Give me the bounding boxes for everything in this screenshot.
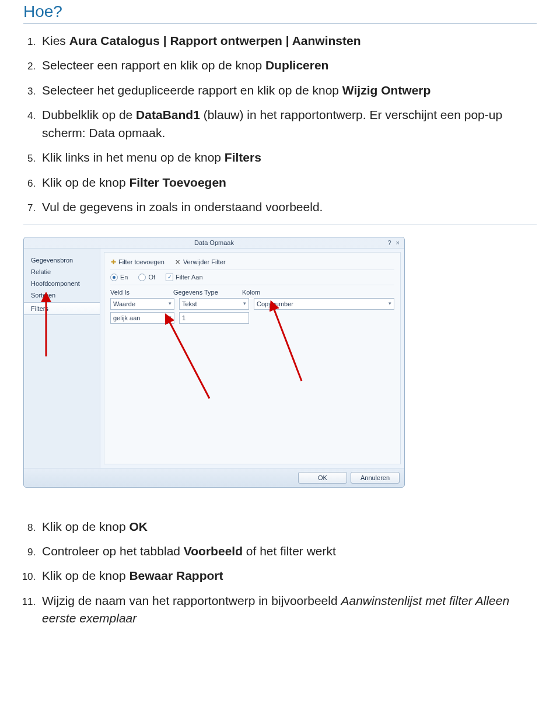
step-text: Kies [42, 34, 69, 47]
radio-dot-icon [138, 274, 146, 281]
filter-toolbar: ✚Filter toevoegen ✕Verwijder Filter [110, 257, 394, 270]
dialog-content: ✚Filter toevoegen ✕Verwijder Filter En [104, 252, 401, 464]
combo-gegevens-type[interactable]: Tekst [179, 298, 249, 310]
step-text: Klik links in het menu op de knop [42, 150, 225, 164]
step-text: Controleer op het tabblad [42, 544, 184, 558]
step-bold: Bewaar Rapport [129, 569, 223, 582]
ok-button[interactable]: OK [298, 472, 347, 484]
cancel-button[interactable]: Annuleren [351, 472, 400, 484]
step-6: Klik op de knop Filter Toevoegen [38, 174, 537, 191]
divider [23, 23, 537, 24]
step-text: Klik op de knop [42, 569, 129, 582]
svg-line-1 [167, 318, 209, 398]
toolbar-label: Verwijder Filter [183, 258, 226, 265]
step-bold: Voorbeeld [184, 544, 243, 558]
step-8: Klik op de knop OK [38, 518, 537, 536]
close-icon[interactable]: × [396, 239, 400, 246]
filter-fields: Veld Is Gegevens Type Kolom Waarde Tekst… [110, 285, 394, 324]
combo-kolom[interactable]: Copynumber [254, 298, 394, 310]
checkbox-filter-aan[interactable]: ✓ Filter Aan [166, 274, 202, 281]
sidebar-item-sorteren[interactable]: Sorteren [24, 289, 100, 301]
check-icon: ✓ [166, 274, 173, 281]
options-row: En Of ✓ Filter Aan [110, 270, 394, 285]
step-bold: Filters [225, 150, 261, 164]
step-text: Selecteer het gedupliceerde rapport en k… [42, 83, 342, 97]
radio-en[interactable]: En [110, 274, 128, 281]
step-bold: Wijzig Ontwerp [342, 83, 430, 97]
dialog-footer: OK Annuleren [24, 468, 404, 487]
sidebar-item-filters[interactable]: Filters [24, 302, 100, 315]
step-7: Vul de gegevens in zoals in onderstaand … [38, 198, 537, 216]
step-bold: Filter Toevoegen [129, 176, 226, 189]
dialog-titlebar: Data Opmaak ? × [24, 237, 404, 248]
step-2: Selecteer een rapport en klik op de knop… [38, 57, 537, 74]
radio-of[interactable]: Of [138, 274, 155, 281]
sidebar-item-gegevensbron[interactable]: Gegevensbron [24, 254, 100, 266]
add-filter-button[interactable]: ✚Filter toevoegen [110, 258, 164, 266]
step-text: of het filter werkt [243, 544, 336, 558]
step-1: Kies Aura Catalogus | Rapport ontwerpen … [38, 32, 537, 50]
dialog-sidebar: Gegevensbron Relatie Hoofdcomponent Sort… [24, 249, 100, 468]
x-icon: ✕ [175, 258, 181, 266]
screenshot-dialog: Data Opmaak ? × Gegevensbron Relatie Hoo… [23, 237, 405, 488]
step-bold: OK [129, 520, 148, 533]
radio-label: En [120, 274, 128, 281]
dialog-title: Data Opmaak [194, 239, 234, 246]
help-icon[interactable]: ? [387, 239, 391, 246]
step-bold: DataBand1 [136, 108, 200, 121]
plus-icon: ✚ [110, 258, 116, 266]
step-3: Selecteer het gedupliceerde rapport en k… [38, 82, 537, 99]
step-bold: Aura Catalogus | Rapport ontwerpen | Aan… [69, 34, 361, 47]
input-value[interactable]: 1 [179, 312, 249, 324]
steps-list-continued: Klik op de knop OK Controleer op het tab… [38, 518, 537, 628]
step-5: Klik links in het menu op de knop Filter… [38, 149, 537, 166]
header-veld-is: Veld Is [110, 289, 169, 296]
step-text: Vul de gegevens in zoals in onderstaand … [42, 200, 323, 214]
toolbar-label: Filter toevoegen [118, 258, 164, 265]
step-11: Wijzig de naam van het rapportontwerp in… [38, 592, 537, 628]
divider [23, 225, 537, 225]
arrow-icon [157, 311, 227, 404]
step-bold: Dupliceren [265, 58, 329, 72]
step-10: Klik op de knop Bewaar Rapport [38, 567, 537, 584]
combo-operator[interactable]: gelijk aan [110, 312, 174, 324]
steps-list: Kies Aura Catalogus | Rapport ontwerpen … [38, 32, 537, 216]
sidebar-item-hoofdcomponent[interactable]: Hoofdcomponent [24, 278, 100, 289]
header-gegevens-type: Gegevens Type [173, 289, 237, 296]
sidebar-item-relatie[interactable]: Relatie [24, 266, 100, 278]
header-kolom: Kolom [242, 289, 394, 296]
step-text: Dubbelklik op de [42, 108, 136, 121]
step-4: Dubbelklik op de DataBand1 (blauw) in he… [38, 106, 537, 142]
step-text: Klik op de knop [42, 176, 129, 189]
step-text: Klik op de knop [42, 520, 129, 533]
combo-veld-is[interactable]: Waarde [110, 298, 174, 310]
remove-filter-button[interactable]: ✕Verwijder Filter [175, 258, 226, 266]
section-heading: Hoe? [23, 2, 537, 21]
radio-dot-icon [110, 274, 118, 281]
checkbox-label: Filter Aan [176, 274, 202, 281]
step-text: Wijzig de naam van het rapportontwerp in… [42, 594, 341, 607]
step-text: Selecteer een rapport en klik op de knop [42, 58, 265, 72]
step-9: Controleer op het tabblad Voorbeeld of h… [38, 542, 537, 560]
radio-label: Of [148, 274, 155, 281]
